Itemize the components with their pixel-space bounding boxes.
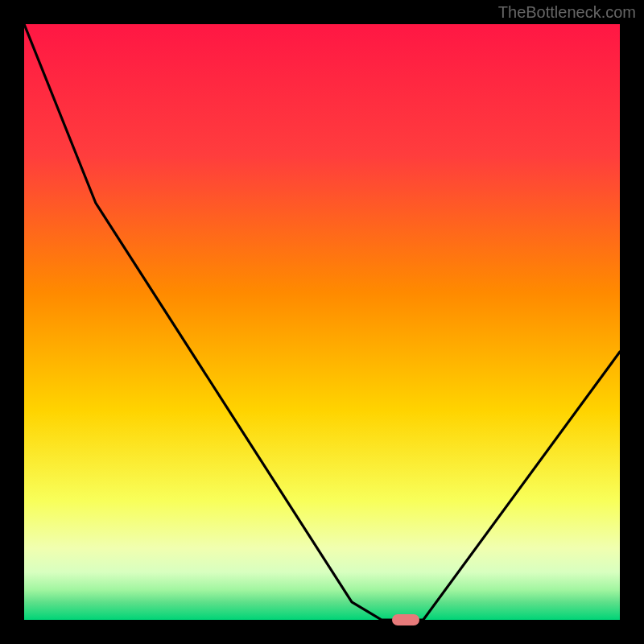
bottleneck-curve bbox=[24, 24, 620, 620]
chart-area bbox=[24, 24, 620, 620]
watermark-text: TheBottleneck.com bbox=[498, 3, 636, 22]
optimal-point-marker bbox=[392, 614, 419, 625]
